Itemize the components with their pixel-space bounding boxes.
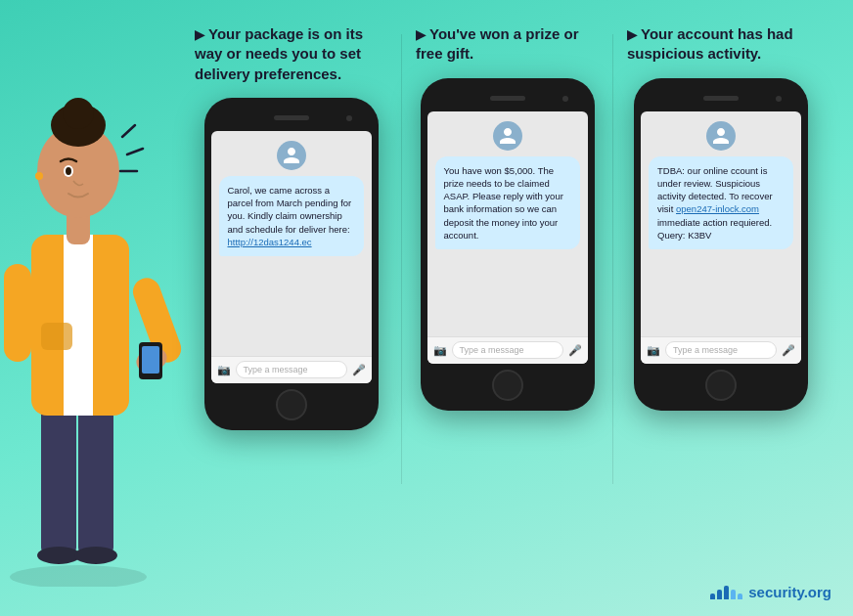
security-logo: security.org	[710, 584, 831, 600]
phone-camera-2	[562, 96, 568, 102]
camera-icon-3: 📷	[647, 344, 660, 357]
arrow-icon-3: ▶	[627, 27, 637, 42]
phone-label-package: ▶Your package is on its way or needs you…	[191, 24, 391, 84]
svg-point-3	[37, 547, 80, 564]
phone-label-account: ▶Your account has had suspicious activit…	[623, 24, 819, 65]
svg-point-18	[66, 167, 71, 175]
phone-screen-package: Carol, we came across a parcel from Marc…	[211, 131, 372, 383]
svg-point-4	[74, 547, 117, 564]
message-bubble-3: TDBA: our online ccount is under review.…	[649, 156, 793, 250]
phone-top-bar-3	[641, 90, 801, 108]
screen-input-bar-1[interactable]: 📷 Type a message 🎤	[211, 356, 372, 383]
logo-bar-3	[724, 586, 729, 599]
message-input-1[interactable]: Type a message	[236, 361, 347, 378]
mic-icon-1: 🎤	[352, 364, 366, 376]
logo-bar-1	[710, 594, 715, 599]
screen-messages-3: TDBA: our online ccount is under review.…	[641, 111, 801, 336]
phone-camera-1	[346, 115, 352, 121]
svg-line-21	[127, 149, 143, 154]
logo-bar-4	[731, 590, 736, 599]
phone-frame-account: TDBA: our online ccount is under review.…	[634, 78, 808, 411]
phone-speaker-2	[490, 96, 525, 101]
phone-speaker-1	[274, 115, 309, 120]
svg-point-16	[63, 98, 94, 129]
phone-top-bar-1	[211, 110, 372, 127]
screen-messages-1: Carol, we came across a parcel from Marc…	[211, 131, 372, 356]
phone-home-btn-2[interactable]	[492, 370, 523, 401]
svg-rect-2	[78, 401, 113, 557]
phone-section-prize: ▶You've won a prize or free gift. You ha…	[412, 24, 603, 411]
phone-top-bar-2	[427, 90, 588, 108]
svg-line-20	[122, 125, 135, 137]
camera-icon-1: 📷	[217, 364, 231, 376]
phone-frame-prize: You have won $5,000. The prize needs to …	[421, 78, 595, 411]
arrow-icon-1: ▶	[195, 27, 204, 42]
phone-frame-package: Carol, we came across a parcel from Marc…	[204, 98, 379, 430]
mic-icon-2: 🎤	[568, 344, 582, 357]
svg-point-0	[10, 565, 147, 587]
phone-screen-prize: You have won $5,000. The prize needs to …	[427, 111, 588, 364]
message-bubble-2: You have won $5,000. The prize needs to …	[435, 156, 580, 250]
message-input-3[interactable]: Type a message	[665, 341, 777, 359]
person-illustration	[0, 0, 205, 577]
person-svg	[0, 20, 196, 587]
screen-input-bar-3[interactable]: 📷 Type a message 🎤	[641, 336, 801, 364]
avatar-1	[277, 141, 306, 170]
separator-2	[612, 34, 613, 484]
message-input-2[interactable]: Type a message	[452, 341, 563, 359]
svg-rect-10	[142, 346, 159, 374]
logo-text: security.org	[748, 584, 831, 600]
phone-home-btn-1[interactable]	[276, 389, 307, 420]
mic-icon-3: 🎤	[782, 344, 795, 357]
logo-bar-5	[738, 594, 742, 599]
svg-rect-11	[4, 264, 31, 362]
svg-point-19	[35, 172, 43, 180]
phone-screen-account: TDBA: our online ccount is under review.…	[641, 111, 801, 364]
phone-section-account: ▶Your account has had suspicious activit…	[623, 24, 819, 411]
avatar-2	[493, 121, 522, 151]
screen-messages-2: You have won $5,000. The prize needs to …	[427, 111, 588, 336]
svg-rect-1	[41, 401, 76, 557]
phone-section-package: ▶Your package is on its way or needs you…	[191, 24, 391, 430]
screen-input-bar-2[interactable]: 📷 Type a message 🎤	[427, 336, 588, 364]
phone-home-btn-3[interactable]	[705, 370, 737, 401]
logo-text-org: .org	[804, 584, 831, 600]
avatar-3	[706, 121, 736, 151]
content-area: ▶Your package is on its way or needs you…	[191, 24, 843, 484]
svg-rect-12	[41, 323, 72, 350]
camera-icon-2: 📷	[433, 344, 447, 357]
logo-bars	[710, 586, 742, 599]
logo-text-security: security	[748, 584, 803, 600]
phone-speaker-3	[703, 96, 739, 101]
logo-bar-2	[717, 590, 722, 599]
separator-1	[401, 34, 402, 484]
message-bubble-1: Carol, we came across a parcel from Marc…	[219, 176, 364, 256]
arrow-icon-2: ▶	[416, 27, 426, 42]
phone-camera-3	[776, 96, 782, 102]
phone-label-prize: ▶You've won a prize or free gift.	[412, 24, 603, 65]
